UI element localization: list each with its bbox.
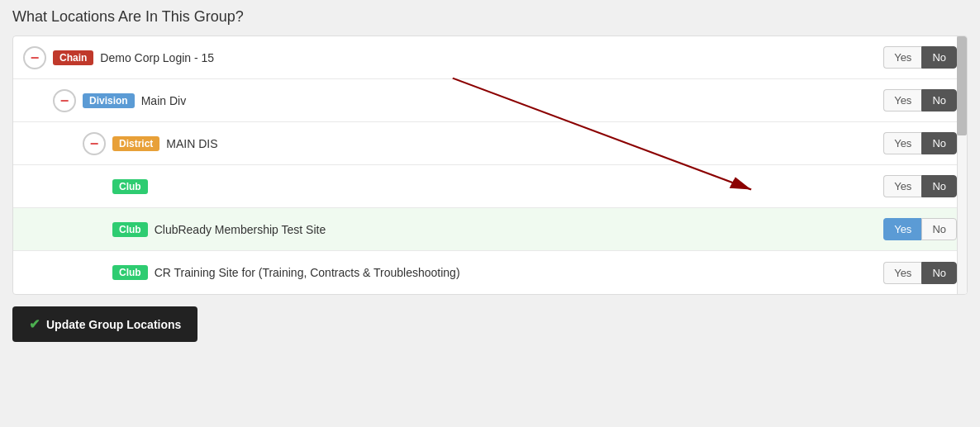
row-label: Demo Corp Login - 15 bbox=[100, 51, 842, 64]
no-button[interactable]: No bbox=[921, 218, 957, 240]
update-group-locations-button[interactable]: ✔ Update Group Locations bbox=[12, 306, 197, 342]
locations-list: −ChainDemo Corp Login - 15 Yes No −Divis… bbox=[12, 36, 968, 295]
yes-no-group: Yes No bbox=[883, 46, 957, 69]
badge-district: District bbox=[112, 136, 159, 151]
no-button[interactable]: No bbox=[921, 132, 957, 154]
yes-no-group: Yes No bbox=[883, 89, 957, 111]
badge-division: Division bbox=[83, 93, 135, 108]
scrollbar-track[interactable] bbox=[957, 36, 967, 294]
list-row: Club Yes No bbox=[13, 165, 967, 208]
list-row: ClubClubReady Membership Test Site Yes N… bbox=[13, 208, 967, 251]
yes-button[interactable]: Yes bbox=[883, 218, 921, 240]
row-label: ClubReady Membership Test Site bbox=[155, 223, 842, 236]
row-label: CR Training Site for (Training, Contract… bbox=[155, 266, 842, 279]
yes-button[interactable]: Yes bbox=[883, 89, 921, 111]
check-icon: ✔ bbox=[29, 316, 40, 332]
yes-button[interactable]: Yes bbox=[883, 132, 921, 154]
no-button[interactable]: No bbox=[921, 46, 957, 69]
list-row: −ChainDemo Corp Login - 15 Yes No bbox=[13, 36, 967, 79]
no-button[interactable]: No bbox=[921, 89, 957, 111]
row-label: Main Div bbox=[141, 94, 842, 107]
list-row: −DivisionMain Div Yes No bbox=[13, 79, 967, 122]
yes-no-group: Yes No bbox=[883, 262, 957, 284]
page-wrapper: What Locations Are In This Group? −Chain… bbox=[0, 0, 980, 354]
list-row: ClubCR Training Site for (Training, Cont… bbox=[13, 251, 967, 294]
update-button-label: Update Group Locations bbox=[46, 318, 181, 331]
badge-club: Club bbox=[112, 265, 148, 280]
no-button[interactable]: No bbox=[921, 175, 957, 197]
yes-no-group: Yes No bbox=[883, 132, 957, 154]
page-title: What Locations Are In This Group? bbox=[12, 8, 968, 26]
yes-no-group: Yes No bbox=[883, 175, 957, 197]
yes-button[interactable]: Yes bbox=[883, 46, 921, 69]
badge-club: Club bbox=[112, 179, 148, 194]
minus-button[interactable]: − bbox=[23, 46, 46, 69]
yes-button[interactable]: Yes bbox=[883, 262, 921, 284]
yes-button[interactable]: Yes bbox=[883, 175, 921, 197]
yes-no-group: Yes No bbox=[883, 218, 957, 240]
minus-button[interactable]: − bbox=[53, 89, 76, 112]
list-row: −DistrictMAIN DIS Yes No bbox=[13, 122, 967, 165]
badge-chain: Chain bbox=[53, 50, 93, 65]
badge-club: Club bbox=[112, 222, 148, 237]
row-label: MAIN DIS bbox=[166, 137, 842, 150]
minus-button[interactable]: − bbox=[83, 132, 106, 155]
no-button[interactable]: No bbox=[921, 262, 957, 284]
scrollbar-thumb[interactable] bbox=[957, 36, 967, 135]
